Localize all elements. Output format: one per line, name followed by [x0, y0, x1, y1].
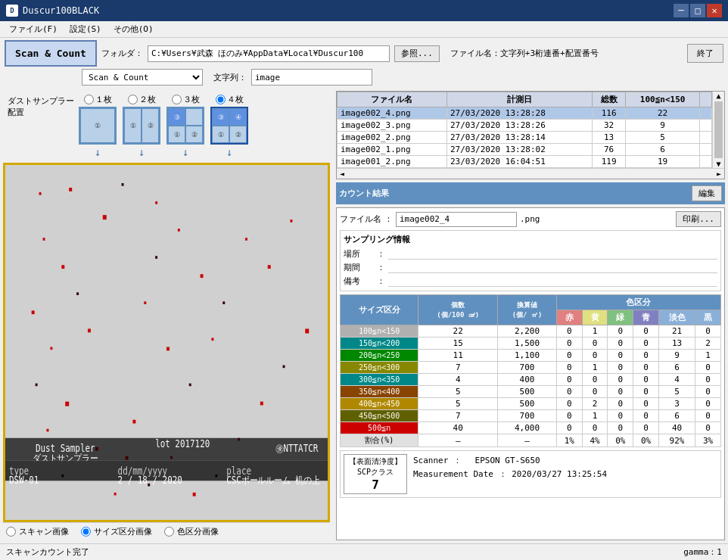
left-panel: ダストサンプラー配置 １枚 ① ↓	[0, 88, 333, 543]
converted-cell: 1,100	[498, 350, 557, 362]
scanner-value: EPSON GT-S650	[475, 456, 540, 465]
radio-size-image[interactable]: サイズ区分画像	[81, 526, 152, 537]
count-result-body: ファイル名 ： .png 印刷... サンプリング情報 場所 ： 期間	[336, 207, 725, 540]
grid-3plate[interactable]: ③ ① ②	[166, 107, 204, 145]
filename-input[interactable]	[396, 212, 517, 227]
minimize-button[interactable]: ─	[674, 4, 689, 17]
green-cell: 0	[608, 410, 633, 422]
grid-2plate[interactable]: ① ②	[123, 107, 160, 145]
black-cell: 0	[695, 325, 721, 338]
folder-input[interactable]	[148, 45, 390, 62]
edit-button[interactable]: 編集	[692, 185, 722, 201]
close-button[interactable]: ✕	[707, 4, 722, 17]
status-bar: スキャンカウント完了 gamma：1	[0, 543, 728, 560]
color-image-label: 色区分画像	[177, 526, 219, 537]
bottom-radios: スキャン画像 サイズ区分画像 色区分画像	[3, 522, 330, 540]
svg-rect-5	[155, 201, 157, 204]
right-panel: ファイル名 計測日 総数 100≦n<150 image002_4.png 27…	[333, 88, 728, 543]
grid-1plate[interactable]: ①	[79, 107, 117, 145]
converted-cell: 500	[498, 386, 557, 398]
svg-rect-21	[201, 274, 204, 278]
h-scroll-left[interactable]: ◄	[340, 170, 344, 178]
sampler-config: ダストサンプラー配置 １枚 ① ↓	[3, 91, 330, 161]
blue-cell: 0	[633, 362, 659, 374]
menu-file[interactable]: ファイル(F)	[3, 22, 64, 36]
svg-rect-17	[114, 493, 117, 496]
cell-col5	[700, 156, 712, 168]
scan-count-button[interactable]: Scan & Count	[5, 40, 97, 67]
mode-dropdown[interactable]: Scan & Count	[82, 69, 203, 86]
cell-total: 119	[593, 156, 626, 168]
filename-ext: .png	[520, 214, 540, 224]
svg-rect-13	[65, 402, 69, 406]
red-cell: 0	[556, 338, 582, 350]
size-image-label: サイズ区分画像	[94, 526, 152, 537]
col-extra	[700, 92, 712, 107]
radio-4plate[interactable]: ４枚	[216, 94, 244, 105]
radio-1plate[interactable]: １枚	[84, 94, 112, 105]
radio-2plate[interactable]: ２枚	[128, 94, 156, 105]
th-black: 黒	[695, 310, 721, 325]
h-scroll-right[interactable]: ►	[717, 170, 721, 178]
toolbar-row2: Scan & Count 文字列：	[0, 69, 728, 88]
radio-3plate[interactable]: ３枚	[172, 94, 200, 105]
blue-cell: 0	[633, 374, 659, 386]
count-cell: 4	[418, 374, 498, 386]
radio-scan-image[interactable]: スキャン画像	[6, 526, 69, 537]
table-row[interactable]: image001_2.png 23/03/2020 16:04:51 119 1…	[338, 156, 712, 168]
cell-total: 32	[593, 120, 626, 132]
black-cell: 0	[695, 410, 721, 422]
svg-rect-9	[32, 310, 35, 314]
blue-cell: 0	[633, 338, 659, 350]
sampling-place-label: 場所	[344, 248, 374, 260]
col-count: 100≦n<150	[626, 92, 700, 107]
sampling-period-label: 期間	[344, 262, 374, 273]
table-row[interactable]: image002_4.png 27/03/2020 13:28:28 116 2…	[338, 107, 712, 120]
app-icon: D	[6, 5, 18, 17]
svg-rect-35	[144, 301, 146, 304]
scanner-info: Scanner ： EPSON GT-S650 Measurement Date…	[413, 454, 607, 481]
data-row: 250≦n<300 7 700 0 1 0 0 6 0	[341, 362, 721, 374]
yellow-cell: 0	[582, 422, 608, 434]
print-button[interactable]: 印刷...	[676, 211, 721, 227]
th-converted: 換算値(個/ ㎡)	[498, 295, 557, 325]
blue-cell: 0	[633, 386, 659, 398]
black-cell: 0	[695, 374, 721, 386]
svg-rect-7	[61, 265, 64, 269]
grid-4plate[interactable]: ③ ④ ① ②	[210, 107, 248, 145]
sampling-place-value	[388, 247, 717, 260]
svg-rect-10	[50, 347, 52, 350]
browse-button[interactable]: 参照...	[394, 45, 440, 62]
arrow-2plate: ↓	[138, 146, 145, 158]
red-cell: 0	[556, 422, 582, 434]
scroll-up-arrow[interactable]: ▲	[713, 92, 724, 100]
table-row[interactable]: image002_2.png 27/03/2020 13:28:14 13 5	[338, 132, 712, 144]
sampling-note-value	[388, 275, 717, 287]
cell-1: ①	[168, 126, 185, 143]
scroll-thumb[interactable]	[714, 101, 723, 158]
yellow-cell: 0	[582, 386, 608, 398]
svg-rect-6	[43, 238, 45, 241]
title-text: Duscur100BLACK	[23, 5, 99, 16]
table-row[interactable]: image002_3.png 27/03/2020 13:28:26 32 9	[338, 120, 712, 132]
converted-cell: 1,500	[498, 338, 557, 350]
th-light: 淡色	[658, 310, 695, 325]
table-row[interactable]: image002_1.png 27/03/2020 13:28:02 76 6	[338, 144, 712, 156]
radio-color-image[interactable]: 色区分画像	[164, 526, 219, 537]
size-cell: 割合(%)	[341, 434, 418, 447]
svg-rect-25	[290, 219, 292, 222]
black-cell: 1	[695, 350, 721, 362]
moji-input[interactable]	[251, 69, 372, 86]
size-cell: 100≦n<150	[341, 325, 418, 338]
scroll-down-arrow[interactable]: ▼	[713, 160, 724, 168]
menu-bar: ファイル(F) 設定(S) その他(O)	[0, 21, 728, 38]
config-4plate: ４枚 ③ ④ ① ② ↓	[210, 94, 248, 158]
menu-other[interactable]: その他(O)	[107, 22, 160, 36]
svg-rect-31	[193, 493, 196, 496]
converted-cell: –	[498, 434, 557, 447]
file-label: ファイル名：文字列+3桁連番+配置番号	[450, 48, 599, 59]
end-button[interactable]: 終了	[687, 44, 723, 63]
maximize-button[interactable]: □	[690, 4, 705, 17]
menu-settings[interactable]: 設定(S)	[64, 22, 107, 36]
sampling-row-note: 備考 ：	[344, 274, 717, 288]
